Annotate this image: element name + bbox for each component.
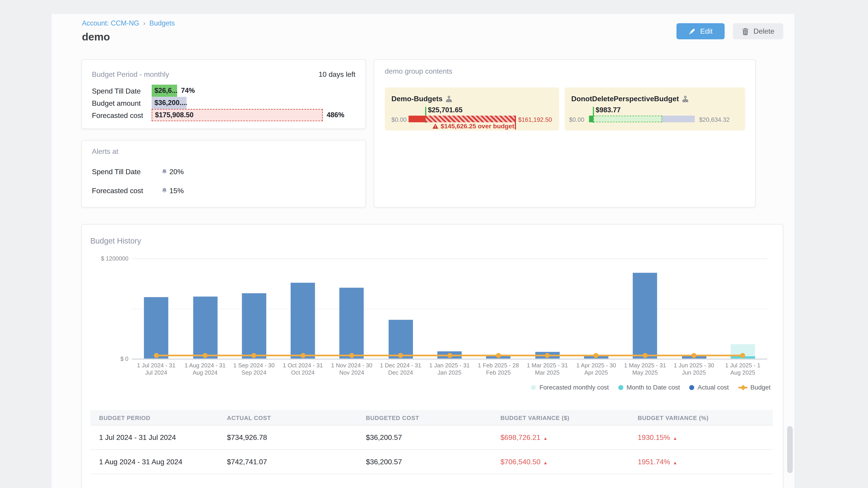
actual-cost-bar[interactable] — [291, 283, 315, 359]
budget-point — [154, 353, 159, 358]
x-axis-label: 1 Dec 2024 - 31Dec 2024 — [376, 362, 425, 377]
budget-progress-bar — [589, 116, 696, 122]
forecasted-cost-label: Forecasted cost — [92, 111, 152, 119]
budget-history-chart: 1 Jul 2024 - 31Jul 20241 Aug 2024 - 31Au… — [132, 225, 767, 392]
legend-item[interactable]: Actual cost — [689, 384, 729, 391]
x-axis-label: 1 May 2025 - 31May 2025 — [621, 362, 670, 377]
actual-cost-bar[interactable] — [144, 297, 168, 359]
budget-period-card: Budget Period - monthly 10 days left Spe… — [81, 59, 366, 129]
budget-point — [496, 353, 501, 358]
delete-button[interactable]: Delete — [733, 23, 783, 39]
legend-marker — [738, 387, 747, 388]
bar-min-label: $0.00 — [569, 116, 584, 123]
scrollbar-thumb[interactable] — [787, 426, 793, 473]
budget-progress-bar — [408, 116, 515, 122]
budget-amount-label: Budget amount — [92, 99, 152, 107]
budget-point — [203, 353, 208, 358]
days-left: 10 days left — [318, 70, 355, 78]
chart-legend: Forecasted monthly costMonth to Date cos… — [531, 384, 771, 391]
table-row[interactable]: 1 Aug 2024 - 31 Aug 2024$742,741.07$36,2… — [90, 450, 773, 474]
budget-name: DonotDeletePerspectiveBudget — [571, 95, 679, 103]
budget-name: Demo-Budgets — [391, 95, 442, 103]
actual-cost-bar[interactable] — [242, 293, 266, 359]
spend-till-date-label: Spend Till Date — [92, 87, 152, 95]
x-axis-label: 1 Feb 2025 - 28Feb 2025 — [474, 362, 523, 377]
y-axis-label-max: $ 1200000 — [90, 255, 128, 262]
y-axis-label-zero: $ 0 — [90, 355, 128, 362]
x-axis-label: 1 Jul 2025 - 1Aug 2025 — [718, 362, 767, 377]
group-contents-title: demo group contents — [385, 67, 452, 75]
budget-point — [691, 353, 696, 358]
table-header-cell: BUDGETED COST — [366, 414, 500, 421]
legend-marker — [531, 385, 536, 390]
breadcrumb-separator: › — [143, 19, 146, 27]
table-header-cell: BUDGET PERIOD — [90, 414, 227, 421]
breadcrumb-account-link[interactable]: Account: CCM-NG — [82, 19, 139, 27]
cell-variance-usd: $698,726.21▲ — [500, 433, 638, 442]
budget-end-tick — [515, 116, 516, 129]
alerts-card: Alerts at Spend Till Date 20% Forecasted… — [81, 140, 366, 207]
budget-point — [349, 353, 354, 358]
legend-marker — [618, 385, 623, 390]
bell-icon — [162, 187, 167, 193]
pencil-icon — [688, 28, 696, 35]
hierarchy-icon — [446, 95, 453, 102]
up-arrow-icon: ▲ — [543, 436, 548, 441]
x-axis-label: 1 Oct 2024 - 31Oct 2024 — [278, 362, 327, 377]
legend-item[interactable]: Forecasted monthly cost — [531, 384, 609, 391]
x-axis-label: 1 Apr 2025 - 30Apr 2025 — [572, 362, 620, 377]
x-axis-label: 1 Nov 2024 - 30Nov 2024 — [327, 362, 376, 377]
spend-till-date-pct: 74% — [181, 87, 195, 94]
alert-spend-value: 20% — [169, 167, 184, 176]
legend-marker — [689, 385, 694, 390]
budget-amount-bar: $36,200.... — [152, 97, 186, 109]
hierarchy-icon — [682, 95, 689, 102]
table-row[interactable]: 1 Jul 2024 - 31 Jul 2024$734,926.78$36,2… — [90, 425, 773, 450]
budget-point — [643, 353, 648, 358]
bar-max-label: $161,192.50 — [518, 116, 552, 123]
cell-actual-cost: $742,741.07 — [227, 457, 366, 466]
table-header-row: BUDGET PERIODACTUAL COSTBUDGETED COSTBUD… — [90, 410, 773, 426]
legend-item[interactable]: Month to Date cost — [618, 384, 680, 391]
budget-card-demo-budgets[interactable]: Demo-Budgets $25,701.65 $0.00 $161,192.5… — [385, 88, 559, 131]
actual-cost-bar[interactable] — [388, 320, 413, 359]
cell-actual-cost: $734,926.78 — [227, 433, 366, 442]
up-arrow-icon: ▲ — [543, 460, 548, 465]
x-axis-label: 1 Jun 2025 - 30Jun 2025 — [670, 362, 718, 377]
cell-budgeted-cost: $36,200.57 — [366, 457, 500, 466]
actual-cost-bar[interactable] — [633, 273, 657, 359]
budget-card-donotdelete[interactable]: DonotDeletePerspectiveBudget $983.77 $0.… — [565, 88, 745, 131]
trash-icon — [742, 27, 749, 35]
forecasted-cost-pct: 486% — [327, 111, 344, 119]
bar-min-label: $0.00 — [391, 116, 406, 123]
warning-icon — [432, 123, 438, 129]
budget-spend-value: $983.77 — [596, 106, 621, 114]
actual-cost-bar[interactable] — [340, 288, 364, 359]
delete-button-label: Delete — [754, 27, 774, 35]
cell-budget-period: 1 Jul 2024 - 31 Jul 2024 — [90, 433, 227, 442]
breadcrumb: Account: CCM-NG › Budgets — [82, 19, 175, 27]
cell-budget-period: 1 Aug 2024 - 31 Aug 2024 — [90, 457, 227, 466]
over-budget-alert: $145,626.25 over budget — [408, 123, 514, 129]
budget-point — [301, 353, 305, 358]
cell-budgeted-cost: $36,200.57 — [366, 433, 500, 442]
page-title: demo — [82, 31, 110, 43]
alert-forecast-label: Forecasted cost — [92, 186, 162, 195]
up-arrow-icon: ▲ — [673, 436, 677, 441]
forecasted-cost-bar: $175,908.50 — [152, 109, 323, 121]
budget-history-card: Budget History $ 1200000 $ 0 1 Jul 2024 … — [81, 224, 783, 488]
breadcrumb-budgets-link[interactable]: Budgets — [149, 19, 175, 27]
edit-button[interactable]: Edit — [677, 23, 725, 39]
x-axis-label: 1 Mar 2025 - 31Mar 2025 — [523, 362, 572, 377]
legend-item[interactable]: Budget — [738, 384, 771, 391]
content-panel: Account: CCM-NG › Budgets demo Edit Dele… — [52, 14, 795, 488]
x-axis-label: 1 Jul 2024 - 31Jul 2024 — [132, 362, 181, 377]
actual-cost-bar[interactable] — [193, 297, 217, 359]
x-axis-label: 1 Aug 2024 - 31Aug 2024 — [181, 362, 229, 377]
table-header-cell: BUDGET VARIANCE (%) — [638, 414, 764, 421]
budget-history-table: BUDGET PERIODACTUAL COSTBUDGETED COSTBUD… — [90, 410, 773, 474]
budget-spend-value: $25,701.65 — [428, 106, 463, 114]
x-axis-label: 1 Jan 2025 - 31Jan 2025 — [425, 362, 474, 377]
table-header-cell: ACTUAL COST — [227, 414, 366, 421]
budget-period-title: Budget Period - monthly — [92, 70, 169, 78]
